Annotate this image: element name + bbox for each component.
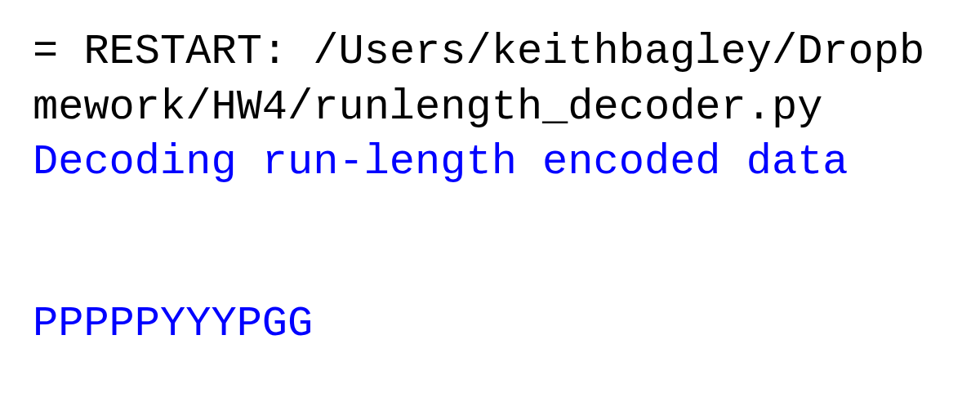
- output-result-line: PPPPPYYYPGG: [33, 297, 947, 352]
- restart-path-part1: /Users/keithbagley/Dropb: [313, 28, 924, 76]
- output-message: Decoding run-length encoded data: [33, 138, 849, 186]
- restart-line-2: mework/HW4/runlength_decoder.py: [33, 80, 947, 136]
- restart-path-part2: mework/HW4/runlength_decoder.py: [33, 83, 822, 132]
- blank-spacer: [33, 190, 947, 297]
- restart-line-1: = RESTART: /Users/keithbagley/Dropb: [33, 25, 947, 80]
- output-message-line: Decoding run-length encoded data: [33, 135, 947, 190]
- output-result: PPPPPYYYPGG: [33, 300, 313, 348]
- restart-prefix: = RESTART:: [33, 28, 313, 76]
